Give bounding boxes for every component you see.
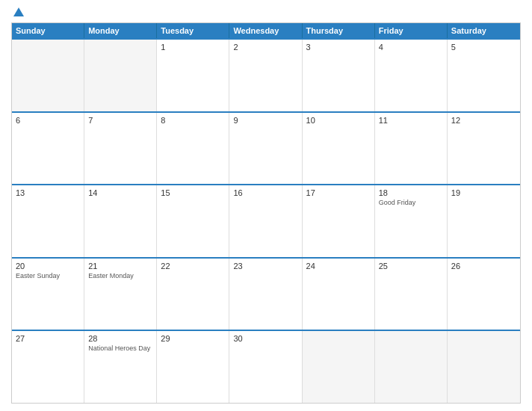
calendar-cell: 11 — [375, 113, 448, 185]
calendar-cell: 20Easter Sunday — [12, 259, 84, 330]
calendar-cell: 6 — [12, 113, 84, 185]
calendar-cell — [84, 40, 157, 111]
day-number: 13 — [16, 188, 80, 197]
logo — [11, 7, 24, 16]
day-number: 21 — [88, 262, 152, 271]
day-number: 7 — [88, 116, 152, 125]
calendar-cell: 9 — [229, 113, 302, 185]
day-number: 17 — [306, 188, 371, 197]
calendar-cell: 24 — [303, 259, 375, 330]
holiday-label: National Heroes Day — [88, 344, 152, 353]
day-number: 26 — [451, 262, 516, 271]
header-day-monday: Monday — [84, 23, 157, 38]
day-number: 18 — [379, 188, 443, 197]
calendar-cell: 23 — [229, 259, 302, 330]
calendar-cell: 28National Heroes Day — [84, 331, 157, 403]
calendar-cell: 14 — [84, 185, 157, 257]
calendar-cell: 5 — [448, 40, 520, 111]
calendar-cell — [303, 331, 375, 403]
header-day-saturday: Saturday — [448, 23, 520, 38]
header-day-wednesday: Wednesday — [229, 23, 302, 38]
calendar-cell: 12 — [448, 113, 520, 185]
day-number: 9 — [233, 116, 297, 125]
calendar-cell — [448, 331, 520, 403]
day-number: 16 — [233, 188, 297, 197]
calendar-cell: 25 — [375, 259, 448, 330]
calendar-cell: 10 — [303, 113, 375, 185]
holiday-label: Good Friday — [379, 199, 443, 208]
header-day-tuesday: Tuesday — [157, 23, 229, 38]
calendar-cell: 4 — [375, 40, 448, 111]
day-number: 29 — [161, 334, 225, 343]
calendar-cell: 26 — [448, 259, 520, 330]
day-number: 4 — [379, 43, 443, 52]
calendar-body: 123456789101112131415161718Good Friday19… — [12, 38, 520, 403]
day-number: 28 — [88, 334, 152, 343]
calendar-cell: 21Easter Monday — [84, 259, 157, 330]
day-number: 1 — [161, 43, 225, 52]
day-number: 14 — [88, 188, 152, 197]
day-number: 5 — [451, 43, 516, 52]
header-day-friday: Friday — [375, 23, 448, 38]
calendar-header-row: SundayMondayTuesdayWednesdayThursdayFrid… — [12, 23, 520, 38]
calendar-cell: 8 — [157, 113, 229, 185]
calendar-cell: 15 — [157, 185, 229, 257]
calendar-page: SundayMondayTuesdayWednesdayThursdayFrid… — [0, 0, 532, 411]
header-day-sunday: Sunday — [12, 23, 84, 38]
day-number: 30 — [233, 334, 297, 343]
page-header — [11, 7, 521, 16]
calendar-week-4: 20Easter Sunday21Easter Monday2223242526 — [12, 257, 520, 330]
calendar-cell: 16 — [229, 185, 302, 257]
calendar-week-5: 2728National Heroes Day2930 — [12, 330, 520, 403]
day-number: 10 — [306, 116, 371, 125]
calendar-cell — [375, 331, 448, 403]
calendar-cell: 22 — [157, 259, 229, 330]
calendar-week-2: 6789101112 — [12, 111, 520, 185]
day-number: 27 — [16, 334, 80, 343]
calendar-week-1: 12345 — [12, 38, 520, 111]
calendar-cell: 7 — [84, 113, 157, 185]
calendar-cell: 1 — [157, 40, 229, 111]
calendar-grid: SundayMondayTuesdayWednesdayThursdayFrid… — [11, 22, 521, 404]
calendar-cell — [12, 40, 84, 111]
day-number: 22 — [161, 262, 225, 271]
calendar-cell: 19 — [448, 185, 520, 257]
calendar-cell: 17 — [303, 185, 375, 257]
day-number: 24 — [306, 262, 371, 271]
calendar-cell: 18Good Friday — [375, 185, 448, 257]
calendar-cell: 13 — [12, 185, 84, 257]
day-number: 19 — [451, 188, 516, 197]
calendar-week-3: 131415161718Good Friday19 — [12, 184, 520, 257]
day-number: 8 — [161, 116, 225, 125]
day-number: 3 — [306, 43, 371, 52]
day-number: 15 — [161, 188, 225, 197]
calendar-cell: 2 — [229, 40, 302, 111]
logo-triangle-icon — [13, 7, 24, 16]
calendar-cell: 29 — [157, 331, 229, 403]
day-number: 12 — [451, 116, 516, 125]
day-number: 23 — [233, 262, 297, 271]
calendar-cell: 30 — [229, 331, 302, 403]
calendar-cell: 27 — [12, 331, 84, 403]
holiday-label: Easter Sunday — [16, 272, 80, 281]
holiday-label: Easter Monday — [88, 272, 152, 281]
logo-blue-text — [11, 7, 24, 16]
day-number: 11 — [379, 116, 443, 125]
day-number: 25 — [379, 262, 443, 271]
header-day-thursday: Thursday — [303, 23, 375, 38]
day-number: 2 — [233, 43, 297, 52]
day-number: 20 — [16, 262, 80, 271]
day-number: 6 — [16, 116, 80, 125]
calendar-cell: 3 — [303, 40, 375, 111]
